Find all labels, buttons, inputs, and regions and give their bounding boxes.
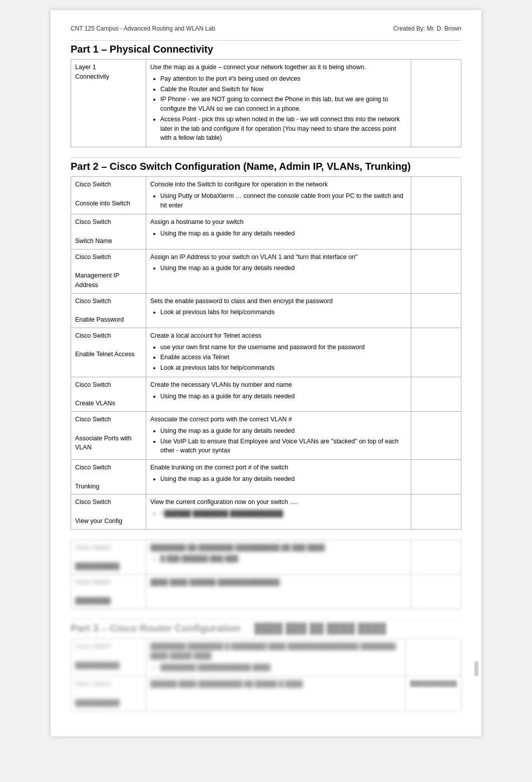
table-row: Cisco Switch Associate Ports with VLAN A… xyxy=(71,412,461,460)
part1-table: Layer 1Connectivity Use the map as a gui… xyxy=(71,59,461,147)
header-left: CNT 125 Campus - Advanced Routing and WL… xyxy=(71,25,215,32)
row-label: Cisco Switch Switch Name xyxy=(71,214,146,249)
scrollbar[interactable] xyxy=(474,661,478,676)
page: CNT 125 Campus - Advanced Routing and WL… xyxy=(51,10,481,736)
check-cell xyxy=(406,639,461,676)
row-content: Assign a hostname to your switch Using t… xyxy=(146,214,411,249)
check-cell xyxy=(411,249,461,293)
check-cell xyxy=(411,214,461,249)
check-cell xyxy=(411,293,461,328)
label-top: Cisco Switch xyxy=(75,416,111,423)
label-top: Cisco Switch xyxy=(75,381,111,388)
row-label: Layer 1Connectivity xyxy=(71,60,146,147)
content-intro: Assign a hostname to your switch xyxy=(150,218,243,225)
list-item-blurred: • ██████ ████████ ████████████ xyxy=(160,509,407,518)
row-label: Cisco Switch████████ xyxy=(71,574,146,609)
label-bottom: Enable Telnet Access xyxy=(75,351,135,358)
list-item: Look at previous labs for help/commands xyxy=(160,308,407,317)
row-content: ██████ ████ ██████████ ██ █████ █ ████ xyxy=(146,676,406,711)
label-top: Cisco Switch xyxy=(75,298,111,305)
page-header: CNT 125 Campus - Advanced Routing and WL… xyxy=(71,25,461,32)
part3-heading-blurred: Part 3 – Cisco Router Configuration ████… xyxy=(71,619,461,634)
list-item: Using the map as a guide for any details… xyxy=(160,229,407,238)
row-label: Cisco Switch Management IP Address xyxy=(71,249,146,293)
table-row: Cisco Switch██████████ ██████ ████ █████… xyxy=(71,676,461,711)
row-content: ████████ ████████ █ ████████ ████ ██████… xyxy=(146,639,406,676)
label-bottom: Trunking xyxy=(75,483,99,490)
check-cell xyxy=(411,177,461,214)
list-item: Pay attention to the port #'s being used… xyxy=(160,74,407,84)
table-row: Cisco Switch██████████ ████████ ██ █████… xyxy=(71,540,461,574)
row-label: Cisco Switch Enable Telnet Access xyxy=(71,328,146,377)
label-bottom: Management IP Address xyxy=(75,272,119,289)
list-item: IP Phone - we are NOT going to connect t… xyxy=(160,95,407,114)
row-label: Cisco Switch██████████ xyxy=(71,676,146,711)
row-label: Cisco Switch Trunking xyxy=(71,460,146,494)
part3-blurred-table: Cisco Switch██████████ ████████ ████████… xyxy=(71,638,461,711)
check-cell xyxy=(411,494,461,529)
list-item: Using the map as a guide for any details… xyxy=(160,264,407,273)
content-intro: Enable trunking on the correct port # of… xyxy=(150,464,288,471)
content-intro: Sets the enable password to class and th… xyxy=(150,298,333,305)
table-row: Cisco Switch Switch Name Assign a hostna… xyxy=(71,214,461,249)
list-item: Enable access via Telnet xyxy=(160,353,407,362)
row-label: Cisco Switch Create VLANs xyxy=(71,377,146,411)
bullet-list: Pay attention to the port #'s being used… xyxy=(160,74,407,143)
bullet-list: Look at previous labs for help/commands xyxy=(160,308,407,317)
row-content: Create the necessary VLANs by number and… xyxy=(146,377,411,411)
check-cell xyxy=(411,460,461,494)
label-bottom: Console into Switch xyxy=(75,200,130,207)
blurred-table: Cisco Switch██████████ ████████ ██ █████… xyxy=(71,540,461,610)
row-label: Cisco Switch Console into Switch xyxy=(71,177,146,214)
content-intro: Associate the correct ports with the cor… xyxy=(150,416,292,423)
row-label: Cisco Switch Associate Ports with VLAN xyxy=(71,412,146,460)
label-bottom: View your Config xyxy=(75,517,122,525)
row-content: ████ ████ ██████ ██████████████ xyxy=(146,574,411,609)
bullet-list: Using the map as a guide for any details… xyxy=(160,426,407,455)
list-item: Using the map as a guide for any details… xyxy=(160,474,407,484)
list-item: Use VoIP Lab to ensure that Employee and… xyxy=(160,437,407,456)
check-cell: ████████████ xyxy=(406,676,461,711)
list-item: Access Point - pick this up when noted i… xyxy=(160,115,407,143)
label-top: Cisco Switch xyxy=(75,464,111,471)
row-content: View the current configuration now on yo… xyxy=(146,494,411,529)
bullet-list: Using Putty or MobaXterm … connect the c… xyxy=(160,191,407,210)
label-top: Cisco Switch xyxy=(75,253,111,260)
check-cell xyxy=(411,60,461,147)
check-cell xyxy=(411,540,461,574)
bullet-list: Using the map as a guide for any details… xyxy=(160,392,407,401)
list-item: Using the map as a guide for any details… xyxy=(160,426,407,436)
bullet-list: Using the map as a guide for any details… xyxy=(160,264,407,273)
table-row: Cisco Switch████████ ████ ████ ██████ ██… xyxy=(71,574,461,609)
table-row: Cisco Switch View your Config View the c… xyxy=(71,494,461,529)
label-top: Cisco Switch xyxy=(75,181,111,188)
part1-heading: Part 1 – Physical Connectivity xyxy=(71,40,461,55)
row-content: Enable trunking on the correct port # of… xyxy=(146,460,411,494)
row-content: Console into the Switch to configure for… xyxy=(146,177,411,214)
content-intro: Create a local account for Telnet access xyxy=(150,332,261,339)
row-content: Assign an IP Address to your switch on V… xyxy=(146,249,411,293)
header-right: Created By: Mr. D. Brown xyxy=(393,25,461,32)
row-content: ████████ ██ ████████ ██████████ ██ ███ █… xyxy=(146,540,411,574)
list-item: Cable the Router and Switch for Now xyxy=(160,85,407,94)
table-row: Cisco Switch Create VLANs Create the nec… xyxy=(71,377,461,411)
list-item: use your own first name for the username… xyxy=(160,343,407,352)
label-bottom: Associate Ports with VLAN xyxy=(75,435,132,451)
list-item: Using the map as a guide for any details… xyxy=(160,392,407,401)
content-intro: Console into the Switch to configure for… xyxy=(150,181,328,188)
content-intro: Assign an IP Address to your switch on V… xyxy=(150,253,358,260)
table-row: Layer 1Connectivity Use the map as a gui… xyxy=(71,60,461,147)
label-bottom: Enable Password xyxy=(75,316,124,323)
content-intro: View the current configuration now on yo… xyxy=(150,498,298,505)
label-top: Cisco Switch xyxy=(75,218,111,225)
row-content: Associate the correct ports with the cor… xyxy=(146,412,411,460)
list-item: Using Putty or MobaXterm … connect the c… xyxy=(160,191,407,210)
table-row: Cisco Switch██████████ ████████ ████████… xyxy=(71,639,461,676)
table-row: Cisco Switch Management IP Address Assig… xyxy=(71,249,461,293)
label-bottom: Switch Name xyxy=(75,237,112,244)
check-cell xyxy=(411,412,461,460)
table-row: Cisco Switch Trunking Enable trunking on… xyxy=(71,460,461,494)
table-row: Cisco Switch Console into Switch Console… xyxy=(71,177,461,214)
label-top: Cisco Switch xyxy=(75,498,111,505)
row-content: Sets the enable password to class and th… xyxy=(146,293,411,328)
